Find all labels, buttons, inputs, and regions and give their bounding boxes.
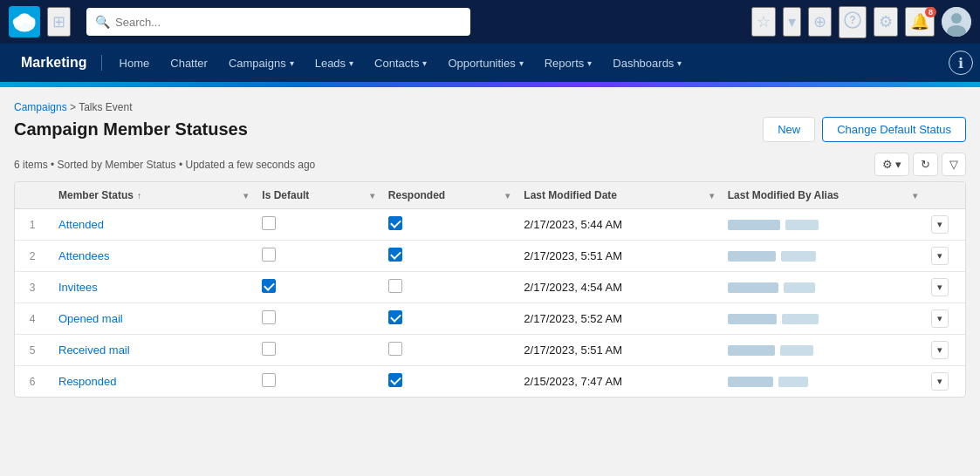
member-status-filter-icon[interactable]: ▾: [243, 191, 248, 201]
col-header-last-modified-date[interactable]: Last Modified Date ▾: [515, 182, 718, 209]
is-default-checkbox-3[interactable]: [262, 279, 276, 293]
alias-block-2: [778, 377, 808, 387]
responded-checkbox-1[interactable]: [388, 216, 402, 230]
nav-reports[interactable]: Reports ▾: [534, 44, 603, 82]
row-action-cell: ▾: [922, 209, 965, 241]
last-modified-alias-cell: [719, 366, 922, 398]
table-toolbar: 6 items • Sorted by Member Status • Upda…: [14, 153, 966, 176]
page-title: Campaign Member Statuses: [14, 119, 248, 139]
last-modified-date-cell: 2/17/2023, 5:52 AM: [515, 303, 718, 335]
is-default-cell: [253, 303, 379, 335]
responded-checkbox-5[interactable]: [388, 342, 402, 356]
top-actions: ☆ ▾ ⊕ ? ⚙ 🔔 8: [751, 6, 971, 38]
responded-cell: [380, 241, 516, 272]
alias-block-2: [780, 345, 813, 356]
last-modified-date-cell: 2/17/2023, 5:51 AM: [515, 241, 718, 272]
responded-cell: [380, 303, 516, 335]
is-default-checkbox-1[interactable]: [262, 216, 276, 230]
nav-bar: Marketing Home Chatter Campaigns ▾ Leads…: [0, 44, 980, 82]
table-row: 2 Attendees 2/17/2023, 5:51 AM ▾: [15, 241, 965, 272]
search-bar: 🔍: [86, 8, 470, 36]
campaign-member-statuses-table: Member Status ↑ ▾ Is Default ▾ Res: [15, 182, 965, 397]
col-header-responded[interactable]: Responded ▾: [380, 182, 516, 209]
last-modified-alias-cell: [719, 272, 922, 303]
filter-button[interactable]: ▽: [942, 153, 966, 176]
col-header-member-status[interactable]: Member Status ↑ ▾: [50, 182, 253, 209]
nav-campaigns[interactable]: Campaigns ▾: [218, 44, 305, 82]
responded-checkbox-3[interactable]: [388, 279, 402, 293]
nav-contacts[interactable]: Contacts ▾: [364, 44, 437, 82]
last-modified-date-filter-icon[interactable]: ▾: [709, 191, 714, 201]
favorite-button[interactable]: ☆: [751, 7, 776, 37]
row-num-1: 1: [15, 209, 50, 241]
campaigns-chevron-icon: ▾: [290, 58, 294, 68]
top-bar: ⊞ 🔍 ☆ ▾ ⊕ ? ⚙ 🔔 8: [0, 0, 980, 44]
member-status-cell: Received mail: [50, 335, 253, 366]
row-action-button-5[interactable]: ▾: [931, 341, 949, 359]
row-action-button-3[interactable]: ▾: [931, 278, 949, 296]
refresh-icon: ↻: [921, 158, 930, 171]
last-modified-alias-cell: [719, 335, 922, 366]
is-default-filter-icon[interactable]: ▾: [370, 191, 374, 201]
responded-checkbox-2[interactable]: [388, 248, 402, 262]
row-action-button-2[interactable]: ▾: [931, 247, 949, 265]
last-modified-alias-cell: [719, 209, 922, 241]
row-action-cell: ▾: [922, 272, 965, 303]
refresh-button[interactable]: ↻: [913, 153, 938, 176]
table-info: 6 items • Sorted by Member Status • Upda…: [14, 159, 315, 171]
is-default-checkbox-5[interactable]: [262, 342, 276, 356]
alias-block-1: [728, 377, 773, 387]
row-num-5: 5: [15, 335, 50, 366]
row-action-cell: ▾: [922, 366, 965, 398]
nav-home[interactable]: Home: [109, 44, 161, 82]
is-default-checkbox-4[interactable]: [262, 310, 276, 324]
responded-checkbox-6[interactable]: [388, 373, 402, 387]
avatar[interactable]: [942, 7, 971, 37]
is-default-cell: [253, 209, 379, 241]
alias-block-2: [785, 220, 819, 230]
header-actions: New Change Default Status: [763, 117, 966, 142]
app-launcher-button[interactable]: ⊞: [47, 7, 71, 37]
setup-button[interactable]: ⚙: [874, 7, 898, 37]
nav-chatter[interactable]: Chatter: [160, 44, 218, 82]
is-default-checkbox-6[interactable]: [262, 373, 276, 387]
last-modified-date-cell: 2/17/2023, 5:44 AM: [515, 209, 718, 241]
last-modified-date-cell: 2/15/2023, 7:47 AM: [515, 366, 718, 398]
row-num-3: 3: [15, 272, 50, 303]
svg-point-7: [951, 13, 962, 24]
member-status-sort-icon[interactable]: ↑: [137, 191, 141, 201]
search-input[interactable]: [115, 16, 462, 29]
responded-filter-icon[interactable]: ▾: [505, 191, 510, 201]
nav-opportunities[interactable]: Opportunities ▾: [437, 44, 533, 82]
row-num-2: 2: [15, 241, 50, 272]
filter-icon: ▽: [949, 158, 958, 171]
help-and-training-button[interactable]: ?: [839, 6, 867, 38]
last-modified-alias-cell: [719, 303, 922, 335]
row-action-button-6[interactable]: ▾: [931, 372, 949, 391]
alias-block-2: [784, 282, 815, 293]
row-action-cell: ▾: [922, 303, 965, 335]
column-settings-button[interactable]: ⚙ ▾: [874, 153, 909, 176]
responded-checkbox-4[interactable]: [388, 310, 402, 324]
row-action-cell: ▾: [922, 241, 965, 272]
last-modified-alias-filter-icon[interactable]: ▾: [913, 191, 917, 201]
row-action-button-4[interactable]: ▾: [931, 309, 949, 328]
add-button[interactable]: ⊕: [808, 7, 832, 37]
notifications-button[interactable]: 🔔 8: [905, 7, 935, 37]
change-default-status-button[interactable]: Change Default Status: [822, 117, 966, 142]
col-header-is-default[interactable]: Is Default ▾: [253, 182, 379, 209]
table-row: 4 Opened mail 2/17/2023, 5:52 AM ▾: [15, 303, 965, 335]
is-default-checkbox-2[interactable]: [262, 248, 276, 262]
leads-chevron-icon: ▾: [349, 58, 353, 68]
new-button[interactable]: New: [763, 117, 815, 142]
nav-info-button[interactable]: ℹ: [949, 51, 973, 75]
row-action-button-1[interactable]: ▾: [931, 215, 949, 234]
favorite-dropdown[interactable]: ▾: [783, 7, 801, 37]
member-status-cell: Opened mail: [50, 303, 253, 335]
nav-dashboards[interactable]: Dashboards ▾: [602, 44, 692, 82]
nav-leads[interactable]: Leads ▾: [305, 44, 364, 82]
col-header-last-modified-alias[interactable]: Last Modified By Alias ▾: [719, 182, 922, 209]
notification-badge: 8: [925, 7, 936, 17]
row-num-4: 4: [15, 303, 50, 335]
breadcrumb-campaigns-link[interactable]: Campaigns: [14, 101, 67, 113]
